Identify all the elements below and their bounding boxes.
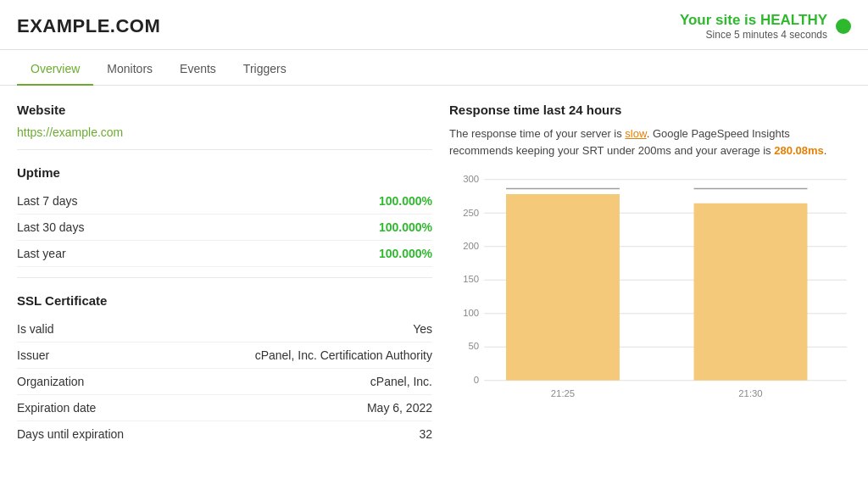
uptime-label-year: Last year	[17, 247, 66, 260]
uptime-value-year: 100.000%	[379, 247, 432, 260]
svg-text:21:25: 21:25	[551, 388, 575, 398]
main-content: Website https://example.com Uptime Last …	[0, 86, 868, 464]
left-panel: Website https://example.com Uptime Last …	[17, 103, 432, 447]
chart-description: The response time of your server is slow…	[449, 125, 851, 159]
health-label: Your site is HEALTHY	[680, 12, 827, 29]
ssl-row-days: Days until expiration 32	[17, 421, 432, 447]
ssl-row-issuer: Issuer cPanel, Inc. Certification Author…	[17, 343, 432, 369]
tab-bar: Overview Monitors Events Triggers	[0, 53, 868, 86]
tab-monitors[interactable]: Monitors	[93, 53, 166, 86]
ssl-label-days: Days until expiration	[17, 427, 124, 441]
ssl-label-expiration: Expiration date	[17, 401, 96, 415]
svg-text:300: 300	[463, 174, 479, 184]
uptime-section-title: Uptime	[17, 165, 432, 180]
website-section-title: Website	[17, 103, 432, 117]
divider-1	[17, 149, 432, 150]
ssl-value-days: 32	[419, 427, 432, 441]
svg-text:100: 100	[463, 308, 479, 318]
divider-2	[17, 277, 432, 278]
svg-text:250: 250	[463, 208, 479, 218]
ssl-label-issuer: Issuer	[17, 348, 49, 362]
uptime-value-7days: 100.000%	[379, 194, 432, 208]
chart-slow-text: slow	[625, 127, 646, 140]
ssl-row-org: Organization cPanel, Inc.	[17, 369, 432, 395]
svg-text:21:30: 21:30	[738, 388, 762, 398]
svg-text:150: 150	[463, 274, 479, 284]
site-title: EXAMPLE.COM	[17, 15, 160, 37]
ssl-section-title: SSL Certificate	[17, 293, 432, 308]
bar-2	[694, 203, 808, 381]
website-url[interactable]: https://example.com	[17, 125, 123, 139]
ssl-label-org: Organization	[17, 375, 84, 388]
uptime-label-7days: Last 7 days	[17, 194, 78, 208]
health-indicator-dot	[836, 19, 851, 34]
ssl-value-valid: Yes	[413, 322, 432, 336]
chart-title: Response time last 24 hours	[449, 103, 851, 117]
uptime-row-30days: Last 30 days 100.000%	[17, 214, 432, 241]
chart-svg: 300 250 200 150 100 50 0 21:25	[449, 170, 851, 408]
ssl-value-expiration: May 6, 2022	[367, 401, 432, 415]
bar-1	[506, 194, 620, 381]
ssl-row-valid: Is valid Yes	[17, 316, 432, 343]
tab-overview[interactable]: Overview	[17, 53, 93, 86]
svg-text:0: 0	[474, 375, 479, 385]
uptime-value-30days: 100.000%	[379, 220, 432, 234]
uptime-row-7days: Last 7 days 100.000%	[17, 188, 432, 214]
tab-events[interactable]: Events	[166, 53, 230, 86]
header: EXAMPLE.COM Your site is HEALTHY Since 5…	[0, 0, 868, 50]
svg-text:200: 200	[463, 240, 479, 250]
uptime-label-30days: Last 30 days	[17, 220, 84, 234]
chart-desc-suffix: .	[824, 144, 827, 157]
response-time-chart: 300 250 200 150 100 50 0 21:25	[449, 170, 851, 408]
health-since: Since 5 minutes 4 seconds	[680, 29, 827, 41]
ssl-value-issuer: cPanel, Inc. Certification Authority	[255, 348, 432, 362]
health-status: Your site is HEALTHY Since 5 minutes 4 s…	[680, 12, 851, 41]
ssl-label-valid: Is valid	[17, 322, 54, 336]
svg-text:50: 50	[468, 341, 479, 351]
ssl-row-expiration: Expiration date May 6, 2022	[17, 395, 432, 421]
right-panel: Response time last 24 hours The response…	[449, 103, 851, 447]
chart-avg-value: 280.08ms	[774, 144, 824, 157]
ssl-value-org: cPanel, Inc.	[370, 375, 432, 388]
tab-triggers[interactable]: Triggers	[230, 53, 300, 86]
chart-desc-prefix: The response time of your server is	[449, 127, 625, 140]
uptime-row-year: Last year 100.000%	[17, 241, 432, 267]
